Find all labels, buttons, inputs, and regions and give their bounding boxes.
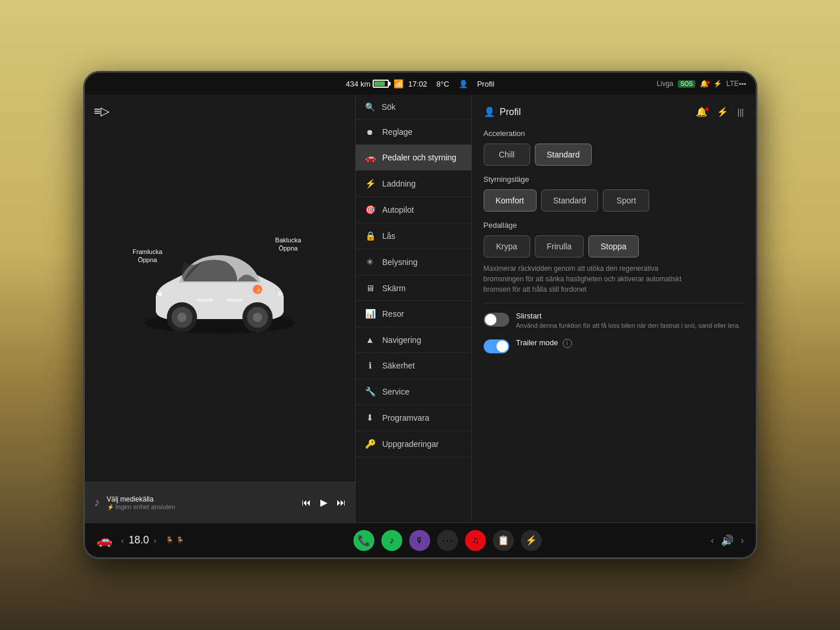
sidebar-item-label: Uppgraderingar	[383, 439, 439, 449]
sidebar-item-label: Reglage	[383, 127, 413, 137]
sidebar-item-label: Resor	[383, 309, 404, 318]
taskbar-right: ‹ 🔊 ›	[711, 534, 744, 547]
bolt-icon: ⚡	[365, 178, 376, 189]
search-icon: 🔍	[365, 102, 375, 112]
media-title: Välj mediekälla	[107, 495, 295, 503]
tablet-screen: 434 km 📶 17:02 8°C 👤 Profil Livga SOS 🔔 …	[83, 71, 757, 559]
profile-label: Profil	[477, 80, 495, 88]
standard-steering-button[interactable]: Standard	[541, 189, 599, 212]
pedallage-description: Maximerar räckvidden genom att utöka den…	[484, 263, 693, 295]
sidebar-item-label: Navigering	[383, 335, 421, 345]
sidebar-item-sakerhet[interactable]: ℹ Säkerhet	[356, 353, 471, 379]
car-svg: ⚡	[121, 213, 319, 364]
media-info: Välj mediekälla ⚡ Ingen enhet ansluten	[107, 495, 295, 510]
spotify-icon[interactable]: ♪	[381, 530, 402, 551]
next-button[interactable]: ⏭	[337, 497, 346, 508]
sidebar-item-las[interactable]: 🔒 Lås	[356, 223, 471, 249]
volume-right-arrow[interactable]: ›	[741, 535, 744, 546]
music-app-icon[interactable]: ♫	[465, 530, 486, 551]
car-home-icon[interactable]: 🚗	[96, 533, 112, 548]
temp-decrease-button[interactable]: ‹	[121, 536, 124, 545]
slirstart-desc: Använd denna funktion för att få loss bi…	[516, 321, 741, 330]
slirstart-toggle[interactable]	[484, 313, 509, 327]
notification-icon: 🔔	[696, 106, 707, 117]
sidebar-item-reglage[interactable]: ⏺ Reglage	[356, 120, 471, 145]
lte-icon: LTE▪▪▪	[727, 80, 746, 88]
sidebar-item-autopilot[interactable]: 🎯 Autopilot	[356, 197, 471, 223]
pedallage-buttons: Krypa Frirulla Stoppa	[484, 235, 744, 257]
podcast-icon[interactable]: 🎙	[409, 530, 430, 551]
sidebar-item-laddning[interactable]: ⚡ Laddning	[356, 171, 471, 197]
standard-accel-button[interactable]: Standard	[535, 144, 592, 166]
range-text: 434 km	[346, 80, 371, 88]
sidebar-item-service[interactable]: 🔧 Service	[356, 379, 471, 405]
chill-button[interactable]: Chill	[484, 144, 530, 166]
lock-icon: 🔒	[365, 231, 376, 241]
svg-rect-9	[196, 299, 213, 302]
taskbar-center: 📞 ♪ 🎙 ··· ♫ 📋 ⚡	[353, 530, 542, 551]
svg-text:⚡: ⚡	[256, 287, 262, 293]
sidebar-item-belysning[interactable]: ✳ Belysning	[356, 249, 471, 275]
more-icon[interactable]: ···	[437, 530, 458, 551]
headlights-icon: ≡▷	[94, 104, 110, 118]
upgrade-icon: 🔑	[365, 439, 376, 449]
svg-point-6	[253, 313, 262, 322]
acceleration-label: Acceleration	[484, 129, 744, 138]
time-display: 17:02	[408, 80, 427, 88]
temp-increase-button[interactable]: ›	[153, 536, 156, 545]
info-icon: i	[563, 339, 572, 348]
slirstart-label: Slirstart	[516, 312, 741, 320]
bt-taskbar-icon[interactable]: ⚡	[521, 530, 542, 551]
stoppa-button[interactable]: Stoppa	[588, 235, 638, 257]
search-item[interactable]: 🔍 Sök	[356, 95, 471, 120]
sidebar-item-navigering[interactable]: ▲ Navigering	[356, 327, 471, 353]
status-bar: 434 km 📶 17:02 8°C 👤 Profil Livga SOS 🔔 …	[85, 73, 756, 95]
framlucka-label: Framlucka Öppna	[133, 248, 162, 264]
volume-left-arrow[interactable]: ‹	[711, 535, 714, 546]
phone-icon[interactable]: 📞	[353, 530, 374, 551]
trailer-mode-info: Trailer mode i	[516, 338, 572, 348]
sidebar-item-label: Belysning	[383, 257, 418, 267]
prev-button[interactable]: ⏮	[302, 497, 311, 508]
taskbar-left: 🚗 ‹ 18.0 › 🪑 🪑	[96, 533, 184, 548]
bell-icon: 🔔	[700, 80, 709, 88]
sidebar-item-skarm[interactable]: 🖥 Skärm	[356, 275, 471, 301]
trailer-mode-toggle[interactable]	[484, 339, 509, 353]
trailer-mode-label: Trailer mode i	[516, 338, 572, 348]
styrningslage-section: Styrningsläge Komfort Standard Sport	[484, 175, 744, 212]
volume-icon[interactable]: 🔊	[721, 534, 734, 547]
light-icon: ✳	[365, 257, 376, 267]
frirulla-button[interactable]: Frirulla	[535, 235, 584, 257]
toggle-icon: ⏺	[365, 128, 376, 137]
left-panel: ≡▷ Framlucka Öppna Baklucka Öppna	[85, 95, 355, 522]
komfort-button[interactable]: Komfort	[484, 189, 537, 212]
play-button[interactable]: ▶	[320, 497, 327, 508]
sport-button[interactable]: Sport	[603, 189, 649, 212]
styrningslage-label: Styrningsläge	[484, 175, 744, 184]
taskbar: 🚗 ‹ 18.0 › 🪑 🪑 📞 ♪ 🎙 ··· ♫ 📋 ⚡ ‹	[85, 522, 756, 557]
pedallage-label: Pedalläge	[484, 221, 744, 230]
wrench-icon: 🔧	[365, 386, 376, 397]
sidebar-item-label: Lås	[383, 231, 396, 241]
sidebar-item-label: Skärm	[383, 284, 406, 293]
sidebar-item-programvara[interactable]: ⬇ Programvara	[356, 405, 471, 431]
krypa-button[interactable]: Krypa	[484, 235, 530, 257]
temp-modes: 🪑 🪑	[166, 536, 184, 544]
car-view: ≡▷ Framlucka Öppna Baklucka Öppna	[85, 95, 355, 482]
calendar-icon[interactable]: 📋	[493, 530, 514, 551]
svg-point-3	[177, 313, 187, 322]
temperature-value: 18.0	[128, 534, 149, 546]
screen-icon: 🖥	[365, 283, 376, 293]
sidebar-item-pedaler[interactable]: 🚗 Pedaler och styrning	[356, 145, 471, 171]
sidebar-item-resor[interactable]: 📊 Resor	[356, 301, 471, 327]
person-icon: 👤	[459, 80, 468, 88]
seat-heat-icon: 🪑	[166, 536, 174, 544]
sidebar-item-label: Laddning	[383, 179, 416, 188]
search-label: Sök	[382, 102, 396, 112]
battery-icon	[373, 80, 389, 88]
settings-title-text: Profil	[500, 107, 521, 117]
media-controls[interactable]: ⏮ ▶ ⏭	[302, 497, 346, 508]
sidebar-item-uppgraderingar[interactable]: 🔑 Uppgraderingar	[356, 431, 471, 457]
car-visualization: Framlucka Öppna Baklucka Öppna	[121, 213, 319, 364]
settings-title: 👤 Profil	[484, 106, 521, 117]
